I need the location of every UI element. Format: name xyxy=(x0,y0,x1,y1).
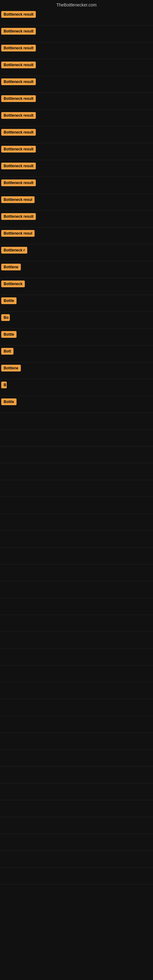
bottleneck-badge[interactable]: Bottleneck result xyxy=(1,45,36,51)
empty-row xyxy=(0,682,153,699)
empty-row xyxy=(0,800,153,817)
bottleneck-badge[interactable]: Bottleneck resul xyxy=(1,230,35,237)
bottleneck-badge[interactable]: Bottleneck result xyxy=(1,62,36,68)
list-item: Bottleneck r xyxy=(0,244,153,261)
empty-row xyxy=(0,514,153,531)
bottleneck-badge[interactable]: Bottle xyxy=(1,298,16,304)
list-item: Bottleneck result xyxy=(0,126,153,143)
bottleneck-badge[interactable]: Bottleneck result xyxy=(1,146,36,153)
bottleneck-badge[interactable]: Bottleneck result xyxy=(1,95,36,102)
empty-row xyxy=(0,463,153,480)
empty-row xyxy=(0,547,153,565)
list-item: Bott xyxy=(0,345,153,362)
empty-row xyxy=(0,581,153,598)
list-item: Bottleneck result xyxy=(0,76,153,93)
bottleneck-badge[interactable]: Bottleneck result xyxy=(1,162,36,169)
empty-row xyxy=(0,531,153,547)
empty-row xyxy=(0,413,153,430)
bottleneck-badge[interactable]: Bott xyxy=(1,348,13,355)
empty-row xyxy=(0,447,153,463)
bottleneck-badge[interactable]: Bottleneck result xyxy=(1,129,36,136)
list-item: Bottleneck result xyxy=(0,59,153,76)
bottleneck-badge[interactable]: Bottleneck result xyxy=(1,11,36,18)
list-item: Bottleneck result xyxy=(0,42,153,59)
list-item: Bottleneck resul xyxy=(0,228,153,244)
bottleneck-badge[interactable]: Bottleneck result xyxy=(1,78,36,85)
list-item: Bottleneck result xyxy=(0,110,153,126)
page-wrapper: TheBottlenecker.com Bottleneck resultBot… xyxy=(0,0,153,885)
list-item: Bottlene xyxy=(0,362,153,379)
list-item: Bottleneck result xyxy=(0,211,153,228)
empty-row xyxy=(0,430,153,447)
empty-row xyxy=(0,767,153,783)
list-item: Bottle xyxy=(0,329,153,345)
empty-row xyxy=(0,750,153,767)
empty-row xyxy=(0,565,153,581)
list-item: Bottleneck resul xyxy=(0,194,153,211)
list-item: Bottleneck result xyxy=(0,9,153,25)
list-item: B xyxy=(0,379,153,396)
empty-row xyxy=(0,480,153,497)
empty-row xyxy=(0,665,153,682)
list-item: Bottleneck result xyxy=(0,143,153,160)
empty-row xyxy=(0,497,153,514)
bottleneck-badge[interactable]: Bottleneck r xyxy=(1,247,27,254)
bottleneck-badge[interactable]: Bottlene xyxy=(1,264,21,270)
bottleneck-badge[interactable]: Bottleneck resul xyxy=(1,196,35,203)
empty-row xyxy=(0,615,153,632)
bottleneck-badge[interactable]: Bottle xyxy=(1,331,16,338)
empty-row xyxy=(0,783,153,800)
list-item: Bottlene xyxy=(0,261,153,278)
list-item: Bottleneck result xyxy=(0,93,153,110)
list-item: Bottle xyxy=(0,396,153,413)
rows-container: Bottleneck resultBottleneck resultBottle… xyxy=(0,9,153,885)
empty-row xyxy=(0,817,153,834)
bottleneck-badge[interactable]: Bottleneck result xyxy=(1,180,36,186)
empty-row xyxy=(0,733,153,750)
empty-row xyxy=(0,834,153,851)
list-item: Bottleneck result xyxy=(0,25,153,42)
empty-row xyxy=(0,868,153,885)
bottleneck-badge[interactable]: Bottle xyxy=(1,398,16,405)
empty-row xyxy=(0,632,153,649)
list-item: Bottleneck xyxy=(0,278,153,295)
list-item: Bo xyxy=(0,312,153,329)
list-item: Bottle xyxy=(0,295,153,312)
bottleneck-badge[interactable]: B xyxy=(1,382,7,388)
empty-row xyxy=(0,699,153,716)
bottleneck-badge[interactable]: Bottlene xyxy=(1,365,21,371)
list-item: Bottleneck result xyxy=(0,160,153,177)
empty-row xyxy=(0,851,153,868)
bottleneck-badge[interactable]: Bottleneck result xyxy=(1,213,36,220)
empty-row xyxy=(0,598,153,615)
bottleneck-badge[interactable]: Bottleneck result xyxy=(1,28,36,35)
bottleneck-badge[interactable]: Bottleneck result xyxy=(1,112,36,119)
list-item: Bottleneck result xyxy=(0,177,153,194)
empty-row xyxy=(0,716,153,733)
bottleneck-badge[interactable]: Bottleneck xyxy=(1,280,25,287)
empty-row xyxy=(0,649,153,665)
bottleneck-badge[interactable]: Bo xyxy=(1,314,10,321)
site-title: TheBottlenecker.com xyxy=(0,0,153,9)
